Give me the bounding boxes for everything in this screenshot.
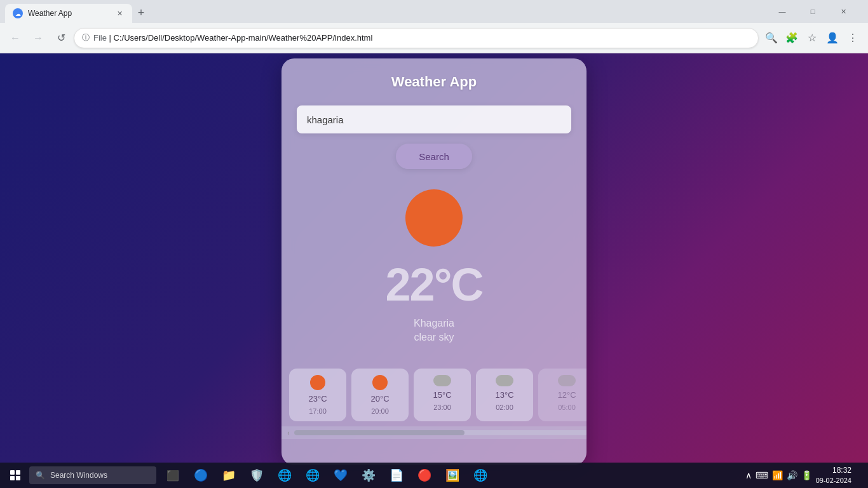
- chrome-icon-2[interactable]: 🌐: [300, 464, 325, 487]
- weather-icon-container: [405, 189, 463, 247]
- chrome-icon-3[interactable]: 🔴: [412, 464, 437, 487]
- chrome-icon-1[interactable]: 🌐: [272, 464, 297, 487]
- address-bar-input[interactable]: ⓘ File | C:/Users/Dell/Desktop/Weather-A…: [74, 28, 759, 48]
- scrollbar-thumb[interactable]: [294, 430, 465, 435]
- forecast-icon-5: [558, 375, 576, 386]
- forecast-icon-2: [372, 375, 388, 390]
- search-button[interactable]: Search: [396, 144, 472, 169]
- city-name: Khagaria: [414, 318, 454, 329]
- scroll-left-button[interactable]: ‹: [284, 428, 293, 437]
- tray-arrow[interactable]: ∧: [745, 470, 752, 480]
- app-title: Weather App: [391, 74, 477, 90]
- tray-keyboard[interactable]: ⌨: [756, 470, 768, 480]
- vscode-icon[interactable]: 💙: [328, 464, 353, 487]
- tray-volume[interactable]: 🔊: [787, 470, 797, 480]
- forecast-temp-3: 15°C: [433, 390, 451, 400]
- forecast-card-4: 13°C 02:00: [476, 369, 533, 421]
- forecast-temp-1: 23°C: [308, 394, 327, 403]
- forecast-strip: 23°C 17:00 20°C 20:00 15°C 23:00: [281, 363, 587, 439]
- clock-time: 18:32: [816, 466, 851, 476]
- menu-button[interactable]: ⋮: [843, 28, 863, 48]
- address-bar: ← → ↺ ⓘ File | C:/Users/Dell/Desktop/Wea…: [0, 23, 868, 53]
- file-explorer-icon[interactable]: 📁: [216, 464, 241, 487]
- new-tab-button[interactable]: +: [132, 4, 150, 22]
- forecast-card-5: 12°C 05:00: [538, 369, 587, 421]
- forecast-time-5: 05:00: [558, 403, 576, 411]
- temperature-display: 22°C: [386, 262, 483, 308]
- system-clock[interactable]: 18:32 09-02-2024: [816, 466, 851, 485]
- forecast-card-3: 15°C 23:00: [414, 369, 471, 421]
- sun-icon: [405, 189, 463, 247]
- address-text: File | C:/Users/Dell/Desktop/Weather-App…: [93, 33, 750, 43]
- tray-network[interactable]: 📶: [772, 470, 783, 480]
- show-desktop-button[interactable]: [855, 464, 860, 487]
- forecast-temp-5: 12°C: [557, 390, 576, 400]
- chrome-icon-4[interactable]: 🌐: [468, 464, 493, 487]
- taskbar-search[interactable]: 🔍 Search Windows: [29, 466, 156, 484]
- tray-battery[interactable]: 🔋: [801, 470, 812, 480]
- clock-date: 09-02-2024: [816, 476, 851, 485]
- tab-title: Weather App: [28, 9, 109, 18]
- browser-frame: ☁ Weather App ✕ + — □ ✕ ← → ↺ ⓘ File | C…: [0, 0, 868, 488]
- file-label: File: [93, 33, 107, 43]
- forecast-card-1: 23°C 17:00: [289, 369, 346, 421]
- city-search-input[interactable]: [297, 105, 571, 133]
- close-button[interactable]: ✕: [829, 3, 858, 20]
- forward-button[interactable]: →: [28, 28, 48, 48]
- forecast-temp-4: 13°C: [495, 390, 513, 400]
- forecast-time-1: 17:00: [309, 407, 327, 415]
- forecast-icon-1: [310, 375, 325, 390]
- minimize-button[interactable]: —: [768, 3, 797, 20]
- profile-button[interactable]: 👤: [822, 28, 843, 48]
- window-controls: — □ ✕: [763, 3, 863, 20]
- acrobat-icon[interactable]: 📄: [384, 464, 409, 487]
- weather-card: Weather App Search 22°C Khagaria clear s…: [281, 58, 587, 465]
- toolbar-icons: 🔍 🧩 ☆ 👤 ⋮: [761, 28, 863, 48]
- maximize-button[interactable]: □: [798, 3, 827, 20]
- taskview-button[interactable]: ⬛: [160, 464, 186, 487]
- forecast-icon-3: [433, 375, 451, 386]
- taskbar-search-icon: 🔍: [36, 471, 45, 480]
- forecast-scroll[interactable]: 23°C 17:00 20°C 20:00 15°C 23:00: [281, 363, 587, 426]
- forecast-time-4: 02:00: [496, 403, 513, 411]
- forecast-icon-4: [496, 375, 513, 386]
- img-viewer-icon[interactable]: 🖼️: [440, 464, 465, 487]
- forecast-time-3: 23:00: [433, 403, 451, 411]
- tab-favicon: ☁: [13, 8, 23, 18]
- edge-icon[interactable]: 🔵: [188, 464, 214, 487]
- settings-icon[interactable]: ⚙️: [356, 464, 381, 487]
- start-button[interactable]: [3, 464, 28, 487]
- taskbar-apps: ⬛ 🔵 📁 🛡️ 🌐 🌐 💙 ⚙️ 📄 🔴 🖼️: [158, 464, 744, 487]
- shield-app-icon[interactable]: 🛡️: [244, 464, 269, 487]
- weather-description: clear sky: [414, 332, 454, 343]
- extensions-button[interactable]: 🧩: [782, 28, 802, 48]
- browser-content: Weather App Search 22°C Khagaria clear s…: [0, 53, 868, 488]
- forecast-time-2: 20:00: [371, 407, 389, 415]
- windows-logo: [10, 470, 20, 480]
- browser-tab[interactable]: ☁ Weather App ✕: [5, 4, 132, 23]
- forecast-scrollbar-area: ‹ ›: [281, 426, 587, 439]
- forecast-temp-2: 20°C: [370, 394, 389, 403]
- scrollbar-track[interactable]: [294, 430, 587, 435]
- tab-bar: ☁ Weather App ✕ + — □ ✕: [0, 0, 868, 23]
- bookmark-button[interactable]: ☆: [802, 28, 822, 48]
- search-toolbar-button[interactable]: 🔍: [761, 28, 782, 48]
- back-button[interactable]: ←: [5, 28, 25, 48]
- svg-text:☁: ☁: [15, 11, 21, 17]
- tab-close-button[interactable]: ✕: [114, 8, 125, 18]
- taskbar-search-text: Search Windows: [50, 471, 107, 480]
- forecast-card-2: 20°C 20:00: [351, 369, 409, 421]
- reload-button[interactable]: ↺: [51, 28, 71, 48]
- system-tray: ∧ ⌨ 📶 🔊 🔋 18:32 09-02-2024: [745, 464, 865, 487]
- taskbar: 🔍 Search Windows ⬛ 🔵 📁 🛡️ 🌐 🌐 💙 ⚙️ 📄: [0, 463, 868, 488]
- lock-icon: ⓘ: [82, 32, 90, 43]
